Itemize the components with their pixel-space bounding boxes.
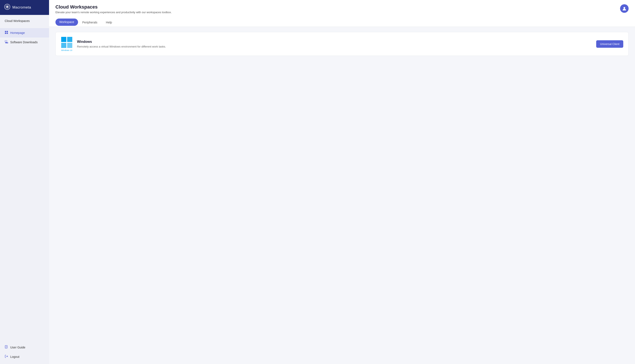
card-title: Windows <box>77 40 592 44</box>
sidebar-nav-top: Cloud Workspaces <box>0 15 49 27</box>
universal-client-button[interactable]: Universal Client <box>596 40 623 48</box>
svg-rect-18 <box>67 43 72 48</box>
header-top: Cloud Workspaces Elevate your team's rem… <box>56 4 628 17</box>
homepage-label: Homepage <box>10 31 25 34</box>
svg-rect-7 <box>5 42 8 43</box>
content-area: Windows 10 Windows Remotely access a vir… <box>49 27 635 364</box>
svg-rect-5 <box>7 32 8 34</box>
header-title-group: Cloud Workspaces Elevate your team's rem… <box>56 4 172 17</box>
main-content: Cloud Workspaces Elevate your team's rem… <box>49 0 635 364</box>
homepage-icon <box>5 31 8 35</box>
tab-bar: Workspace Peripherals Help <box>56 18 628 27</box>
svg-point-1 <box>7 6 8 8</box>
user-guide-label: User Guide <box>10 346 25 349</box>
logout-label: Logout <box>10 355 20 358</box>
sidebar-item-user-guide[interactable]: User Guide <box>0 343 49 352</box>
sidebar-item-software-downloads[interactable]: Software Downloads <box>0 38 49 47</box>
tab-peripherals[interactable]: Peripherals <box>78 18 102 27</box>
svg-rect-2 <box>5 31 6 32</box>
tab-help[interactable]: Help <box>102 18 117 27</box>
sidebar-bottom: User Guide Logout <box>0 340 49 364</box>
sidebar: Macrometa Cloud Workspaces Homepage <box>0 0 49 364</box>
sidebar-item-homepage[interactable]: Homepage <box>0 28 49 38</box>
sidebar-item-logout[interactable]: Logout <box>0 352 49 362</box>
svg-rect-15 <box>61 37 66 42</box>
sidebar-nav-main: Homepage Software Downloads <box>0 27 49 340</box>
software-downloads-label: Software Downloads <box>10 40 38 44</box>
card-description: Remotely access a virtual Windows enviro… <box>77 45 592 48</box>
windows-workspace-card: Windows 10 Windows Remotely access a vir… <box>56 32 628 56</box>
svg-point-14 <box>623 7 625 9</box>
sidebar-logo-text: Macrometa <box>12 5 31 10</box>
page-header: Cloud Workspaces Elevate your team's rem… <box>49 0 635 27</box>
svg-rect-16 <box>67 37 72 42</box>
windows-os-label: Windows 10 <box>61 49 72 51</box>
software-downloads-icon <box>5 40 8 44</box>
sidebar-item-cloud-workspaces[interactable]: Cloud Workspaces <box>0 16 49 25</box>
svg-rect-4 <box>5 32 6 34</box>
user-avatar[interactable] <box>620 4 628 13</box>
page-title: Cloud Workspaces <box>56 4 172 10</box>
user-guide-icon <box>5 345 8 350</box>
svg-rect-3 <box>7 31 8 32</box>
cloud-workspaces-label: Cloud Workspaces <box>5 19 30 22</box>
windows-logo: Windows 10 <box>61 36 73 51</box>
tab-workspace[interactable]: Workspace <box>56 18 78 26</box>
page-subtitle: Elevate your team's remote working exper… <box>56 11 172 14</box>
macrometa-logo-icon <box>4 4 10 11</box>
logout-icon <box>5 354 8 359</box>
sidebar-logo: Macrometa <box>0 0 49 15</box>
card-info: Windows Remotely access a virtual Window… <box>77 40 592 48</box>
svg-rect-17 <box>61 43 66 48</box>
